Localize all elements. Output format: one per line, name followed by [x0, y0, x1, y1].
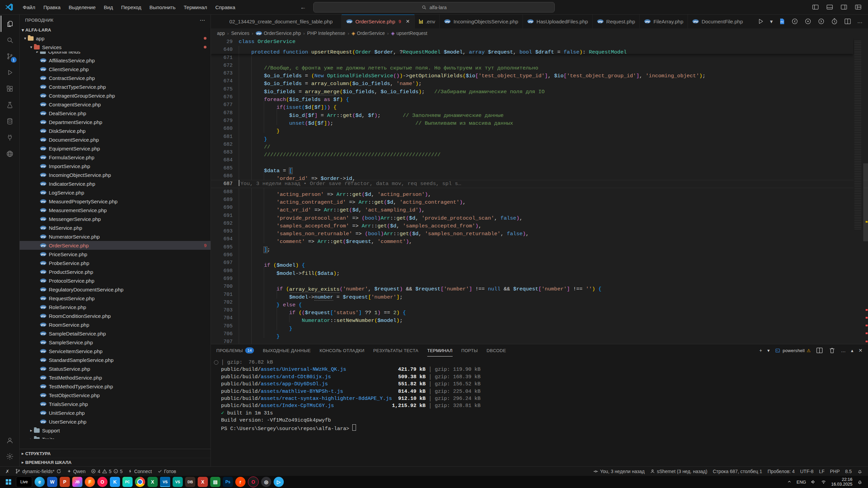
opera-icon[interactable]: O [97, 477, 107, 487]
tab-DocumentFile.php[interactable]: phpDocumentFile.php [688, 14, 747, 28]
tree-file-MeasuredPropertyService.php[interactable]: phpMeasuredPropertyService.php [20, 197, 211, 206]
toggle-panel-bottom-icon[interactable] [826, 3, 833, 11]
tray-chevron-up-icon[interactable] [787, 480, 792, 484]
tree-file-ProductService.php[interactable]: phpProductService.php [20, 267, 211, 276]
scrollbar-thumb[interactable] [863, 163, 868, 241]
terminal-instance-powershell[interactable]: powershell⚠ [775, 348, 811, 353]
tree-file-SampleDetailService.php[interactable]: phpSampleDetailService.php [20, 329, 211, 338]
menu-Справка[interactable]: Справка [212, 3, 239, 12]
tree-file-LogService.php[interactable]: phpLogService.php [20, 188, 211, 197]
new-terminal-button[interactable]: + [759, 348, 762, 353]
tree-file-RoleService.php[interactable]: phpRoleService.php [20, 303, 211, 311]
tree-file-MessengerService.php[interactable]: phpMessengerService.php [20, 215, 211, 223]
split-terminal-icon[interactable] [816, 347, 823, 354]
tree-folder-Optional fields[interactable]: ▸Optional fields [20, 52, 211, 56]
toggle-panel-right-icon[interactable] [840, 3, 848, 11]
tab-Request.php[interactable]: phpRequest.php [593, 14, 640, 28]
menu-Вид[interactable]: Вид [100, 3, 117, 12]
explorer-more-actions-icon[interactable]: ⋯ [200, 17, 205, 23]
tray-volume-icon[interactable] [811, 479, 816, 485]
edge-icon[interactable]: e [35, 477, 45, 487]
tree-file-DiskService.php[interactable]: phpDiskService.php [20, 126, 211, 135]
sheets-icon[interactable]: ▤ [210, 477, 220, 487]
vscode-icon[interactable]: VS [160, 477, 170, 487]
customize-layout-icon[interactable] [854, 3, 862, 11]
nav-back-circle-icon[interactable] [791, 18, 798, 25]
tree-file-RegulatoryDocumentService.php[interactable]: phpRegulatoryDocumentService.php [20, 285, 211, 294]
photoshop-icon[interactable]: Ps [223, 477, 233, 487]
tree-file-TestMethodService.php[interactable]: phpTestMethodService.php [20, 373, 211, 382]
statusbar-php-version[interactable]: 8.5 [843, 467, 854, 476]
tree-folder-app[interactable]: ▾app [20, 34, 211, 43]
run-code-button[interactable] [757, 18, 764, 25]
tree-file-ProbeService.php[interactable]: phpProbeService.php [20, 259, 211, 267]
tree-file-TrialsService.php[interactable]: phpTrialsService.php [20, 400, 211, 408]
activitybar-accounts[interactable] [1, 432, 19, 448]
statusbar-ready-status[interactable]: Готов [155, 467, 179, 476]
nav-back-icon[interactable]: ← [300, 4, 306, 11]
activitybar-run-debug[interactable] [1, 64, 19, 81]
panel-tab-ТЕРМИНАЛ[interactable]: ТЕРМИНАЛ [427, 344, 453, 357]
excel-icon[interactable]: X [147, 477, 158, 487]
statusbar-language-mode[interactable]: PHP [827, 467, 843, 476]
statusbar-problems[interactable]: 455 [88, 467, 125, 476]
section-СТРУКТУРА[interactable]: ▸СТРУКТУРА [20, 449, 211, 458]
more-actions-icon[interactable]: … [841, 348, 846, 353]
menu-Выделение[interactable]: Выделение [65, 3, 99, 12]
breadcrumb[interactable]: app›Services›phpOrderService.php›PHP Int… [211, 28, 868, 38]
activitybar-explorer[interactable] [1, 16, 19, 32]
tree-file-StandardSampleService.php[interactable]: phpStandardSampleService.php [20, 355, 211, 364]
close-icon[interactable]: ✕ [406, 19, 410, 24]
tree-file-FormulaService.php[interactable]: phpFormulaService.php [20, 153, 211, 162]
tree-file-ProtocolService.php[interactable]: phpProtocolService.php [20, 276, 211, 285]
tree-folder-Traits[interactable]: ▸Traits [20, 435, 211, 439]
breadcrumb-item-PHP Intelephense[interactable]: PHP Intelephense [307, 30, 346, 36]
word-icon[interactable]: W [47, 477, 57, 487]
tree-file-ContragentService.php[interactable]: phpContragentService.php [20, 100, 211, 109]
powerpoint-icon[interactable]: P [60, 477, 70, 487]
pycharm-icon[interactable]: PC [122, 477, 133, 487]
tree-file-EquipmentService.php[interactable]: phpEquipmentService.php [20, 144, 211, 153]
breadcrumb-item-upsertRequest[interactable]: ◈upsertRequest [391, 30, 427, 36]
tree-file-ContractService.php[interactable]: phpContractService.php [20, 74, 211, 82]
more-actions-icon[interactable]: … [857, 18, 863, 24]
tree-file-SampleService.php[interactable]: phpSampleService.php [20, 338, 211, 347]
breadcrumb-item-OrderService.php[interactable]: phpOrderService.php [256, 30, 301, 36]
tab-02_134429_create_document_files_table.php[interactable]: 02_134429_create_document_files_table.ph… [211, 14, 342, 28]
kde-icon[interactable]: K [110, 477, 120, 487]
tree-file-OrderService.php[interactable]: phpOrderService.php9 [20, 241, 211, 250]
tree-file-PriceService.php[interactable]: phpPriceService.php [20, 250, 211, 259]
tray-network-icon[interactable] [821, 479, 826, 485]
statusbar-connect[interactable]: Connect [125, 467, 155, 476]
tray-clock[interactable]: 22:1616.03.2025 [831, 477, 852, 487]
panel-tab-DBCODE[interactable]: DBCODE [487, 344, 506, 357]
tree-file-AffiliatesService.php[interactable]: phpAffiliatesService.php [20, 56, 211, 65]
tree-file-ClientService.php[interactable]: phpClientService.php [20, 65, 211, 74]
activitybar-database[interactable] [1, 113, 19, 129]
menu-Переход[interactable]: Переход [117, 3, 145, 12]
tree-file-TestMethodTypeService.php[interactable]: phpTestMethodTypeService.php [20, 382, 211, 391]
tree-file-RoomService.php[interactable]: phpRoomService.php [20, 320, 211, 329]
minimap[interactable] [854, 38, 863, 344]
firefox-icon[interactable]: F [85, 477, 95, 487]
tree-folder-Support[interactable]: ▸Support [20, 426, 211, 435]
activitybar-remote-explorer[interactable] [1, 129, 19, 146]
operagx-icon[interactable]: O [248, 476, 259, 487]
activitybar-search[interactable] [1, 32, 19, 48]
start-button[interactable] [3, 477, 14, 487]
command-decoration-icon[interactable] [214, 360, 218, 365]
tab-HasUploadedFiles.php[interactable]: phpHasUploadedFiles.php [523, 14, 593, 28]
tree-file-ImportService.php[interactable]: phpImportService.php [20, 162, 211, 170]
code-editor[interactable]: 29class OrderService640protected functio… [211, 38, 868, 344]
statusbar-gitlens-blame[interactable]: You, 3 недели назад [590, 467, 647, 476]
obs-icon[interactable]: ◎ [261, 477, 271, 487]
menu-Правка[interactable]: Правка [40, 3, 64, 12]
tree-folder-Services[interactable]: ▾Services [20, 43, 211, 52]
chrome-icon[interactable] [135, 477, 145, 487]
tree-file-IncomingObjectService.php[interactable]: phpIncomingObjectService.php [20, 170, 211, 179]
tree-file-RoomConditionService.php[interactable]: phpRoomConditionService.php [20, 311, 211, 320]
panel-tab-ПРОБЛЕМЫ[interactable]: ПРОБЛЕМЫ14 [216, 344, 254, 357]
xls-icon[interactable]: X [198, 477, 208, 487]
terminal-dropdown-icon[interactable]: ▾ [767, 348, 770, 353]
live-tile[interactable]: Live [16, 476, 32, 487]
